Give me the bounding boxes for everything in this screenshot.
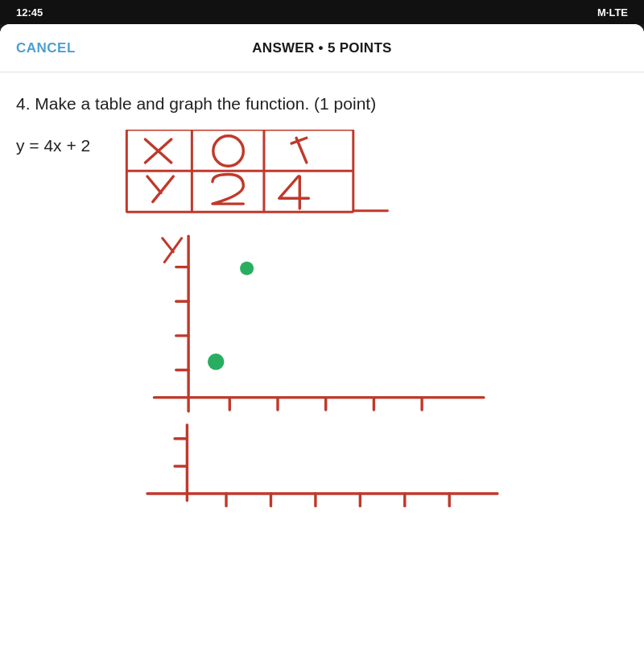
- svg-line-10: [153, 176, 174, 202]
- question-text: 4. Make a table and graph the function. …: [16, 92, 628, 115]
- equation-row: y = 4x + 2: [16, 130, 628, 597]
- svg-line-25: [164, 238, 181, 263]
- equation: y = 4x + 2: [16, 130, 90, 155]
- status-time: 12:45: [16, 6, 43, 19]
- cancel-button[interactable]: CANCEL: [16, 40, 76, 56]
- main-card: CANCEL ANSWER • 5 POINTS 4. Make a table…: [0, 24, 644, 645]
- header-title: ANSWER • 5 POINTS: [252, 40, 392, 56]
- header: CANCEL ANSWER • 5 POINTS: [0, 24, 644, 72]
- status-signal: M·LTE: [597, 6, 628, 19]
- content-area: 4. Make a table and graph the function. …: [0, 72, 644, 645]
- svg-line-9: [147, 176, 161, 192]
- handwritten-svg: [106, 130, 628, 597]
- handwritten-area: [106, 130, 628, 597]
- svg-line-24: [163, 238, 174, 252]
- status-bar: 12:45 M·LTE: [0, 0, 644, 24]
- svg-point-6: [213, 136, 244, 167]
- svg-point-26: [240, 262, 254, 275]
- svg-point-27: [208, 354, 224, 370]
